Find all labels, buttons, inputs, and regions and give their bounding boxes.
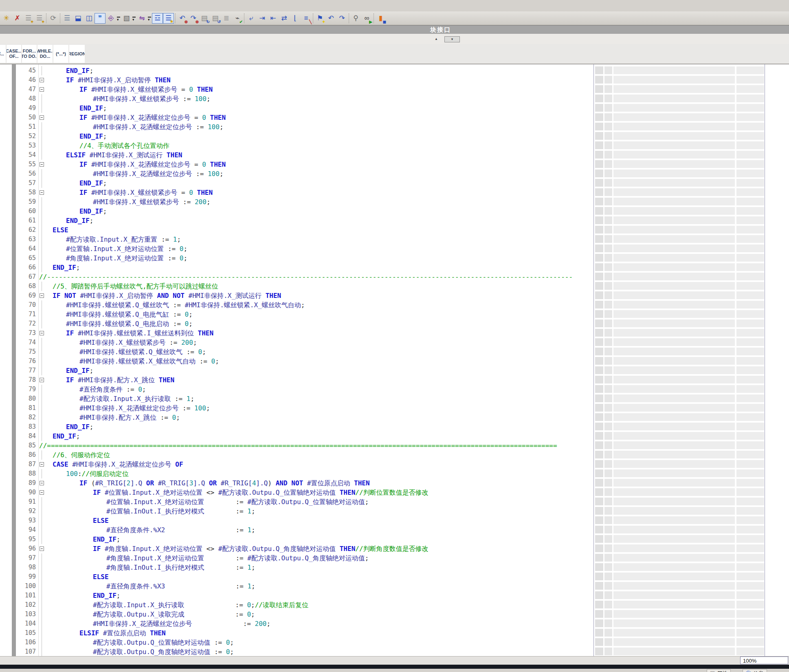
- monitor-row[interactable]: [594, 573, 789, 581]
- code-text[interactable]: IF #HMI非保持.配方.X_跳位 THEN: [66, 375, 174, 385]
- code-text[interactable]: END_IF;: [66, 66, 93, 75]
- code-text[interactable]: //======================================…: [39, 441, 557, 450]
- define-tag-dropdown-icon[interactable]: [147, 13, 152, 24]
- monitor-row[interactable]: [594, 507, 789, 516]
- monitor-row[interactable]: [594, 179, 789, 187]
- code-text[interactable]: #HMI非保持.X_花洒螺丝定位步号 := 200;: [93, 619, 270, 628]
- monitor-row[interactable]: [594, 198, 789, 206]
- fold-collapse-icon[interactable]: [40, 462, 44, 467]
- code-text[interactable]: IF #HMI非保持.X_花洒螺丝定位步号 = 0 THEN: [79, 113, 226, 122]
- monitor-row[interactable]: [594, 638, 789, 647]
- code-text[interactable]: #配方读取.Outpu.Q_位置轴绝对运动值 := 0;: [93, 638, 234, 647]
- code-text[interactable]: ELSIF #置位原点启动 THEN: [79, 628, 166, 638]
- insert-separator-line-icon[interactable]: ⌊: [290, 13, 301, 24]
- monitor-row[interactable]: [594, 95, 789, 103]
- monitor-row[interactable]: [594, 301, 789, 309]
- code-text[interactable]: #HMI非保持.X_螺丝锁紧步号 := 200;: [93, 197, 211, 207]
- redo-icon[interactable]: ↷⊗: [188, 13, 199, 24]
- monitor-row[interactable]: [594, 460, 789, 469]
- monitor-row[interactable]: [594, 291, 789, 300]
- code-text[interactable]: END_IF;: [93, 535, 120, 544]
- code-text[interactable]: 100://伺服启动定位: [66, 469, 129, 478]
- code-text[interactable]: #直径角度条件 := 0;: [79, 385, 146, 394]
- code-text[interactable]: //--------------------------------------…: [39, 272, 573, 282]
- auto-format-icon[interactable]: ⇄: [279, 13, 290, 24]
- status-tab-properties[interactable]: ▤属性: [707, 669, 731, 672]
- insert-row-below-icon[interactable]: ☰✦: [34, 13, 45, 24]
- monitor-row[interactable]: [594, 357, 789, 366]
- monitor-row[interactable]: [594, 170, 789, 178]
- code-text[interactable]: #配方读取.Outpu.Q_角度轴绝对运动值 := 0;: [93, 647, 234, 657]
- code-text[interactable]: #HMI非保持.配方.X_跳位 := 0;: [79, 413, 180, 422]
- code-text[interactable]: IF #角度轴.Input.X_绝对运动位置 <> #配方读取.Outpu.Q_…: [93, 544, 429, 553]
- monitor-row[interactable]: [594, 348, 789, 356]
- monitor-row[interactable]: [594, 226, 789, 234]
- monitor-row[interactable]: [594, 366, 789, 375]
- code-text[interactable]: IF (#R_TRIG[2].Q OR #R_TRIG[3].Q OR #R_T…: [79, 478, 370, 488]
- monitor-row[interactable]: [594, 563, 789, 572]
- code-text[interactable]: #角度轴.Input.X_绝对运动位置 := 0;: [66, 253, 187, 263]
- monitor-row[interactable]: [594, 151, 789, 159]
- code-text[interactable]: IF #HMI非保持.X_螺丝锁紧步号 = 0 THEN: [79, 188, 213, 197]
- favorites-icon[interactable]: ☰★: [163, 13, 174, 24]
- code-text[interactable]: #配方读取.Outpu.X_读取完成 := 0;: [93, 610, 255, 619]
- code-text[interactable]: END_IF;: [93, 591, 120, 600]
- code-text[interactable]: #配方读取.Input.X_执行读取 := 0;//读取结束后复位: [93, 600, 308, 610]
- code-text[interactable]: ELSE: [93, 516, 109, 525]
- monitor-row[interactable]: [594, 394, 789, 403]
- code-text[interactable]: #HMI非保持.X_花洒螺丝定位步号 := 100;: [93, 122, 224, 132]
- block-interface-collapse-button[interactable]: ▼: [444, 36, 460, 42]
- fold-collapse-icon[interactable]: [40, 331, 44, 335]
- reset-start-values-icon[interactable]: ⟳: [48, 13, 59, 24]
- compile-icon[interactable]: ≣: [221, 13, 232, 24]
- code-text[interactable]: #位置轴.Input.X_绝对运动位置 := 0;: [66, 244, 187, 253]
- monitor-row[interactable]: [594, 601, 789, 609]
- code-text[interactable]: #直径角度条件.%X2 := 1;: [106, 525, 255, 535]
- monitor-row[interactable]: [594, 132, 789, 141]
- monitor-row[interactable]: [594, 319, 789, 328]
- snippet-comment-button[interactable]: (*...*): [53, 45, 68, 63]
- code-text[interactable]: END_IF;: [53, 263, 80, 272]
- remove-format-icon[interactable]: ≡╲: [301, 13, 312, 24]
- fold-collapse-icon[interactable]: [40, 481, 44, 485]
- monitor-row[interactable]: [594, 113, 789, 122]
- code-text[interactable]: ELSIF #HMI非保持.X_测试运行 THEN: [66, 150, 182, 160]
- code-text[interactable]: ELSE: [93, 572, 109, 582]
- code-text[interactable]: #HMI非保持.螺丝锁紧.Q_电批气缸 := 0;: [66, 310, 193, 319]
- code-text[interactable]: //4、手动测试各个孔位置动作: [79, 141, 169, 150]
- code-text[interactable]: #位置轴.Input.X_绝对运动位置 := #配方读取.Outpu.Q_位置轴…: [106, 497, 369, 507]
- snippet-case-of-button[interactable]: CASE...OF...: [7, 45, 21, 63]
- undo-icon[interactable]: ↶⊗: [177, 13, 188, 24]
- monitor-row[interactable]: [594, 310, 789, 319]
- code-text[interactable]: #HMI非保持.螺丝锁紧.Q_螺丝吹气 := #HMI非保持.螺丝锁紧.X_螺丝…: [66, 300, 305, 310]
- monitor-row[interactable]: [594, 582, 789, 590]
- monitor-row[interactable]: [594, 329, 789, 337]
- goto-previous-icon[interactable]: ⤶: [246, 13, 257, 24]
- code-text[interactable]: IF NOT #HMI非保持.X_启动暂停 AND NOT #HMI非保持.X_…: [53, 291, 281, 300]
- code-text[interactable]: #配方读取.Input.X_配方重置 := 1;: [66, 235, 181, 244]
- fold-collapse-icon[interactable]: [40, 378, 44, 382]
- code-text[interactable]: #直径角度条件.%X3 := 1;: [106, 582, 255, 591]
- monitor-row[interactable]: [594, 526, 789, 534]
- monitoring-glasses-icon[interactable]: ∞▶: [361, 13, 372, 24]
- code-text[interactable]: #HMI非保持.螺丝锁紧.Q_电批启动 := 0;: [66, 319, 193, 328]
- monitor-row[interactable]: [594, 207, 789, 216]
- code-text[interactable]: END_IF;: [79, 104, 107, 113]
- code-text[interactable]: END_IF;: [79, 178, 107, 188]
- fold-collapse-icon[interactable]: [40, 490, 44, 495]
- fold-collapse-icon[interactable]: [40, 115, 44, 120]
- monitor-row[interactable]: [594, 123, 789, 131]
- monitor-row[interactable]: [594, 273, 789, 281]
- monitor-row[interactable]: [594, 376, 789, 384]
- monitor-row[interactable]: [594, 544, 789, 553]
- monitor-row[interactable]: [594, 282, 789, 291]
- code-text[interactable]: IF #位置轴.Input.X_绝对运动位置 <> #配方读取.Outpu.Q_…: [93, 488, 429, 497]
- monitor-row[interactable]: [594, 488, 789, 497]
- fold-collapse-icon[interactable]: [40, 546, 44, 551]
- fold-collapse-icon[interactable]: [40, 87, 44, 92]
- code-text[interactable]: #位置轴.InOut.I_执行绝对模式 := 1;: [106, 507, 255, 516]
- code-text[interactable]: IF #HMI非保持.X_启动暂停 THEN: [66, 75, 171, 85]
- insert-comment-icon[interactable]: ▧: [121, 13, 132, 24]
- monitor-row[interactable]: [594, 535, 789, 544]
- monitor-row[interactable]: [594, 610, 789, 619]
